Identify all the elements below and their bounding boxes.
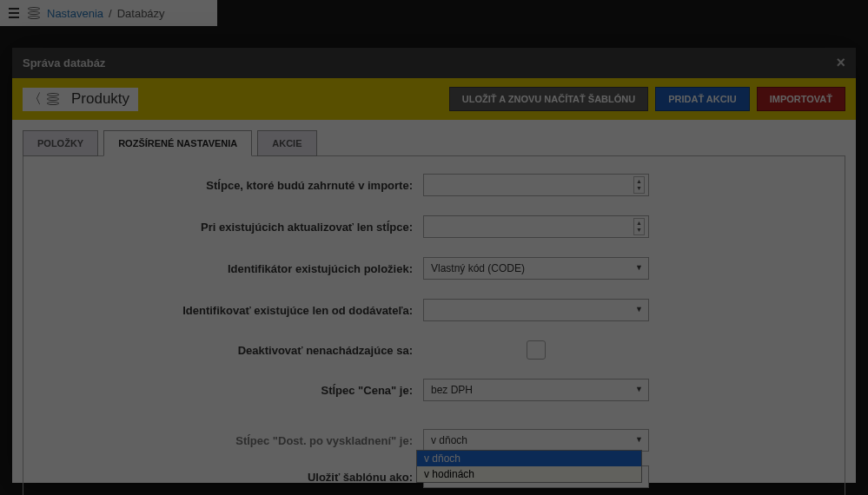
option-hours[interactable]: v hodinách	[417, 466, 641, 482]
modal-title: Správa databáz	[23, 56, 105, 69]
row-included-columns: Stĺpce, ktoré budú zahrnuté v importe: ▲…	[41, 174, 827, 196]
import-button[interactable]: IMPORTOVAŤ	[757, 87, 845, 111]
save-reload-button[interactable]: ULOŽIŤ A ZNOVU NAČÍTAŤ ŠABLÓNU	[449, 87, 648, 111]
menu-icon[interactable]	[9, 8, 19, 18]
modal-toolbar: 〈 Produkty ULOŽIŤ A ZNOVU NAČÍTAŤ ŠABLÓN…	[12, 78, 856, 120]
row-deactivate: Deaktivovať nenachádzajúce sa:	[41, 340, 827, 360]
breadcrumb-current: Databázy	[117, 7, 165, 20]
back-label: Produkty	[71, 90, 129, 108]
label-included-columns: Stĺpce, ktoré budú zahrnuté v importe:	[41, 179, 423, 192]
multiselect-included[interactable]: ▲▼	[423, 174, 649, 196]
label-save-as: Uložiť šablónu ako:	[41, 471, 423, 484]
tab-items[interactable]: POLOŽKY	[23, 130, 98, 156]
dropdown-availability: v dňoch v hodinách	[416, 450, 642, 483]
option-days[interactable]: v dňoch	[417, 451, 641, 466]
spinner-icon[interactable]: ▲▼	[633, 176, 645, 194]
label-deactivate: Deaktivovať nenachádzajúce sa:	[41, 344, 423, 357]
select-supplier[interactable]	[423, 299, 649, 321]
label-supplier: Identifikovať existujúce len od dodávate…	[41, 304, 423, 317]
modal-header: Správa databáz ×	[12, 48, 856, 78]
select-value: bez DPH	[431, 384, 473, 396]
label-update-columns: Pri existujúcich aktualizovať len stĺpce…	[41, 221, 423, 234]
back-chip[interactable]: 〈 Produkty	[23, 88, 138, 111]
row-supplier: Identifikovať existujúce len od dodávate…	[41, 299, 827, 321]
settings-panel: Stĺpce, ktoré budú zahrnuté v importe: ▲…	[23, 155, 845, 495]
add-action-button[interactable]: PRIDAŤ AKCIU	[655, 87, 749, 111]
tab-advanced[interactable]: ROZŠÍRENÉ NASTAVENIA	[103, 130, 252, 156]
row-availability: Stĺpec "Dost. po vyskladnení" je: v dňoc…	[23, 420, 845, 460]
close-icon[interactable]: ×	[836, 54, 845, 72]
select-value: Vlastný kód (CODE)	[431, 262, 525, 274]
chevron-left-icon: 〈	[28, 90, 42, 109]
row-update-columns: Pri existujúcich aktualizovať len stĺpce…	[41, 215, 827, 238]
breadcrumb-link[interactable]: Nastavenia	[47, 7, 103, 20]
breadcrumb-bar: Nastavenia / Databázy	[0, 0, 217, 26]
row-price: Stĺpec "Cena" je: bez DPH	[41, 379, 827, 401]
label-price: Stĺpec "Cena" je:	[41, 384, 423, 397]
label-availability: Stĺpec "Dost. po vyskladnení" je:	[41, 434, 423, 447]
select-price[interactable]: bez DPH	[423, 379, 649, 401]
row-identifier: Identifikátor existujúcich položiek: Vla…	[41, 257, 827, 280]
select-value: v dňoch	[431, 434, 467, 446]
select-identifier[interactable]: Vlastný kód (CODE)	[423, 257, 649, 280]
multiselect-update[interactable]: ▲▼	[423, 215, 649, 238]
database-icon	[47, 93, 59, 105]
select-availability[interactable]: v dňoch	[423, 429, 649, 452]
spinner-icon[interactable]: ▲▼	[633, 218, 645, 235]
database-icon	[28, 7, 40, 19]
tabs: POLOŽKY ROZŠÍRENÉ NASTAVENIA AKCIE	[12, 120, 856, 156]
checkbox-deactivate[interactable]	[527, 340, 546, 360]
label-identifier: Identifikátor existujúcich položiek:	[41, 262, 423, 275]
breadcrumb-separator: /	[109, 7, 112, 20]
tab-actions[interactable]: AKCIE	[257, 130, 316, 156]
modal-dialog: Správa databáz × 〈 Produkty ULOŽIŤ A ZNO…	[12, 48, 856, 483]
